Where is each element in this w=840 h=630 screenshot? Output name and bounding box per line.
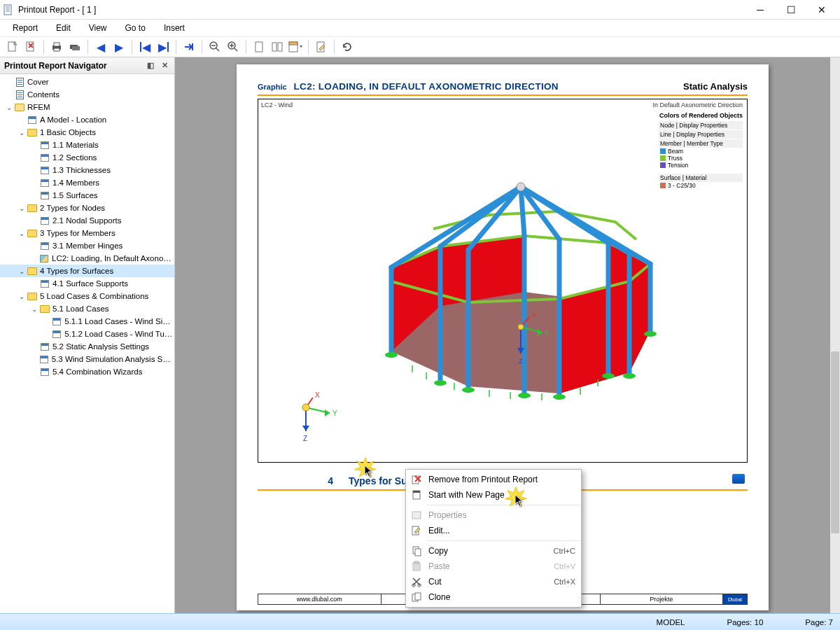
tree-item[interactable]: 2.1 Nodal Supports bbox=[0, 214, 174, 227]
navigator-tree[interactable]: CoverContents⌄RFEMA Model - Location⌄1 B… bbox=[0, 74, 174, 620]
menu-goto[interactable]: Go to bbox=[117, 21, 154, 35]
expand-icon[interactable]: ⌄ bbox=[29, 305, 39, 313]
scroll-thumb[interactable] bbox=[831, 351, 839, 533]
svg-text:Z: Z bbox=[303, 435, 307, 442]
tree-item-label: 5 Load Cases & Combinations bbox=[40, 292, 148, 300]
tree-item[interactable]: 5.4 Combination Wizards bbox=[0, 365, 174, 378]
folder-icon bbox=[27, 127, 38, 138]
context-label: Edit... bbox=[424, 526, 575, 536]
layout-dropdown-icon[interactable] bbox=[287, 38, 304, 55]
shortcut-label: Ctrl+C bbox=[554, 547, 575, 555]
expand-icon[interactable]: ⌄ bbox=[4, 104, 14, 111]
tree-item[interactable]: 3.1 Member Hinges bbox=[0, 239, 174, 252]
tree-item[interactable]: 5.2 Static Analysis Settings bbox=[0, 340, 174, 353]
context-cut[interactable]: CutCtrl+X bbox=[406, 574, 581, 589]
pages-icon[interactable] bbox=[269, 38, 286, 55]
page-icon bbox=[14, 76, 25, 88]
expand-icon[interactable]: ⌄ bbox=[17, 204, 27, 212]
color-swatch bbox=[660, 148, 666, 154]
image-icon bbox=[39, 253, 50, 264]
tree-item[interactable]: 1.4 Members bbox=[0, 176, 174, 189]
statusbar: MODEL Pages: 10 Page: 7 bbox=[0, 613, 840, 630]
tree-item[interactable]: ⌄4 Types for Surfaces bbox=[0, 265, 174, 277]
nav-last-icon[interactable]: ▶ bbox=[155, 38, 172, 55]
minimize-button[interactable]: ─ bbox=[745, 1, 776, 19]
newpage-icon bbox=[409, 489, 424, 500]
print-icon[interactable] bbox=[48, 38, 65, 55]
tree-item-label: 1.4 Members bbox=[52, 178, 99, 187]
tree-item[interactable]: Cover bbox=[0, 76, 174, 88]
tree-item[interactable]: ⌄5 Load Cases & Combinations bbox=[0, 290, 174, 302]
pin-icon[interactable]: ◧ bbox=[145, 60, 156, 71]
tree-item[interactable]: A Model - Location bbox=[0, 113, 174, 126]
expand-icon[interactable]: ⌄ bbox=[17, 129, 27, 136]
menu-view[interactable]: View bbox=[80, 21, 115, 35]
expand-icon[interactable]: ⌄ bbox=[17, 267, 27, 275]
svg-point-48 bbox=[517, 183, 525, 191]
edit-page-icon[interactable] bbox=[313, 38, 330, 55]
section-icon bbox=[732, 474, 745, 484]
tree-item[interactable]: 1.2 Sections bbox=[0, 151, 174, 164]
vertical-scrollbar[interactable] bbox=[830, 57, 840, 620]
table-icon bbox=[52, 316, 63, 327]
graphic-box: LC2 - Wind In Default Axonometric Direct… bbox=[258, 99, 748, 463]
zoom-out-icon[interactable] bbox=[206, 38, 223, 55]
tree-item-label: 2.1 Nodal Supports bbox=[52, 216, 121, 225]
graphic-title: LC2: LOADING, IN DEFAULT AXONOMETRIC DIR… bbox=[294, 81, 683, 92]
svg-point-54 bbox=[602, 373, 615, 379]
maximize-button[interactable]: ☐ bbox=[776, 1, 806, 19]
expand-icon[interactable]: ⌄ bbox=[17, 230, 27, 237]
context-label: Clone bbox=[424, 592, 575, 602]
close-panel-icon[interactable]: ✕ bbox=[159, 60, 170, 71]
goto-icon[interactable] bbox=[181, 38, 197, 55]
tree-item[interactable]: 1.1 Materials bbox=[0, 139, 174, 151]
svg-line-13 bbox=[216, 48, 219, 51]
clone-icon bbox=[409, 592, 424, 603]
page-icon[interactable] bbox=[251, 38, 267, 55]
nav-first-icon[interactable]: ◀ bbox=[136, 38, 153, 55]
tree-item-label: 5.4 Combination Wizards bbox=[52, 368, 142, 376]
graphic-label: Graphic bbox=[258, 83, 287, 91]
table-icon bbox=[39, 215, 50, 226]
tree-item[interactable]: 1.3 Thicknesses bbox=[0, 164, 174, 176]
context-menu[interactable]: Remove from Printout ReportStart with Ne… bbox=[405, 469, 582, 608]
tree-item[interactable]: ⌄1 Basic Objects bbox=[0, 126, 174, 139]
context-label: Remove from Printout Report bbox=[424, 475, 575, 484]
new-report-icon[interactable] bbox=[4, 38, 21, 55]
expand-icon[interactable]: ⌄ bbox=[17, 293, 27, 300]
refresh-icon[interactable] bbox=[339, 38, 356, 55]
context-label: Properties bbox=[424, 510, 575, 520]
context-edit[interactable]: Edit... bbox=[406, 523, 581, 538]
svg-point-70 bbox=[518, 324, 524, 330]
nav-next-icon[interactable]: ▶ bbox=[111, 38, 127, 55]
tree-item[interactable]: ⌄3 Types for Members bbox=[0, 227, 174, 239]
context-copy[interactable]: CopyCtrl+C bbox=[406, 543, 581, 559]
tree-item[interactable]: Contents bbox=[0, 88, 174, 101]
menu-edit[interactable]: Edit bbox=[48, 21, 79, 35]
tree-item[interactable]: 1.5 Surfaces bbox=[0, 189, 174, 202]
tree-item[interactable]: 4.1 Surface Supports bbox=[0, 277, 174, 290]
context-clone[interactable]: Clone bbox=[406, 589, 581, 605]
tree-item[interactable]: 5.3 Wind Simulation Analysis Sett… bbox=[0, 353, 174, 365]
context-remove[interactable]: Remove from Printout Report bbox=[406, 472, 581, 487]
menu-report[interactable]: Report bbox=[4, 21, 46, 35]
tree-item[interactable]: ⌄RFEM bbox=[0, 101, 174, 113]
tree-item-label: 3.1 Member Hinges bbox=[52, 241, 122, 250]
tree-item[interactable]: LC2: Loading, In Default Axonom… bbox=[0, 252, 174, 265]
svg-marker-30 bbox=[559, 281, 629, 393]
nav-prev-icon[interactable]: ◀ bbox=[92, 38, 109, 55]
context-label: Start with New Page bbox=[424, 490, 575, 500]
zoom-in-icon[interactable] bbox=[225, 38, 241, 55]
tree-item[interactable]: 5.1.2 Load Cases - Wind Tun… bbox=[0, 328, 174, 340]
tree-item[interactable]: ⌄2 Types for Nodes bbox=[0, 202, 174, 214]
print-multi-icon[interactable] bbox=[66, 38, 83, 55]
tree-item[interactable]: 5.1.1 Load Cases - Wind Sim… bbox=[0, 315, 174, 328]
tree-item[interactable]: ⌄5.1 Load Cases bbox=[0, 302, 174, 315]
context-newpage[interactable]: Start with New Page bbox=[406, 487, 581, 503]
graphic-caption: LC2 - Wind bbox=[261, 102, 293, 108]
tree-item-label: 5.1 Load Cases bbox=[52, 304, 109, 313]
menu-insert[interactable]: Insert bbox=[155, 21, 193, 35]
close-button[interactable]: ✕ bbox=[806, 1, 837, 19]
graphic-direction: In Default Axonometric Direction bbox=[652, 102, 743, 108]
delete-report-icon[interactable] bbox=[22, 38, 39, 55]
